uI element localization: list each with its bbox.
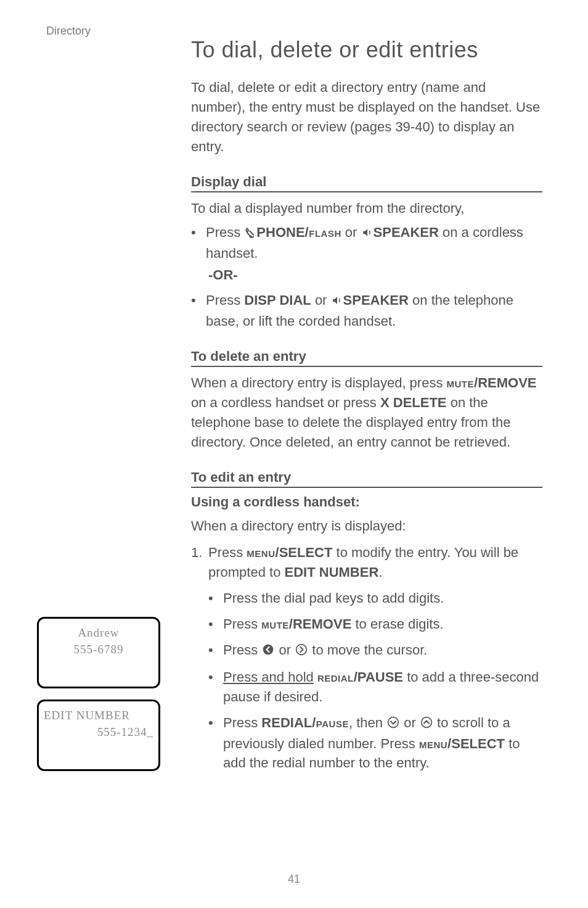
- lcd-line: Andrew: [44, 625, 153, 642]
- text: Press: [223, 642, 261, 658]
- speaker-icon: [362, 224, 373, 244]
- text: or: [315, 292, 331, 308]
- speaker-icon: [332, 292, 343, 312]
- speaker-label: SPEAKER: [374, 225, 439, 240]
- text: .: [378, 564, 382, 580]
- display-dial-lead: To dial a displayed number from the dire…: [191, 199, 542, 218]
- lcd-line: 555-6789: [44, 642, 153, 658]
- menu-label: MENU: [247, 545, 275, 560]
- text: Press: [223, 616, 261, 632]
- nav-left-icon: [262, 642, 274, 661]
- bullet-dot: •: [208, 713, 223, 774]
- bullet-dot: •: [208, 614, 223, 634]
- pause-label: /PAUSE: [354, 669, 403, 685]
- text: Press: [206, 292, 244, 308]
- bullet-dot: •: [208, 588, 223, 608]
- xdelete-label: X DELETE: [380, 395, 447, 410]
- text: or: [279, 642, 295, 658]
- display-dial-bullet-2: • Press DISP DIAL or SPEAKER on the tele…: [191, 291, 542, 331]
- sidebar: Andrew 555-6789 EDIT NUMBER 555-1234_: [37, 617, 160, 782]
- text: Press: [206, 225, 244, 240]
- text: Press the dial pad keys to add digits.: [223, 588, 542, 608]
- intro-paragraph: To dial, delete or edit a directory entr…: [191, 78, 542, 157]
- header-category: Directory: [46, 25, 91, 38]
- select-label: /SELECT: [276, 545, 333, 560]
- section-head-display-dial: Display dial: [191, 174, 542, 192]
- remove-label: /REMOVE: [289, 616, 351, 632]
- remove-label: /REMOVE: [474, 375, 536, 390]
- text: Press: [223, 715, 261, 730]
- svg-point-2: [388, 717, 399, 727]
- page-number: 41: [0, 873, 588, 886]
- press-hold-text: Press and hold: [223, 669, 314, 685]
- flash-label: /FLASH: [305, 225, 341, 240]
- disp-dial-label: DISP DIAL: [244, 292, 311, 308]
- edit-number-label: EDIT NUMBER: [285, 564, 379, 580]
- lcd-screen-2: EDIT NUMBER 555-1234_: [37, 700, 160, 771]
- pause-label: /PAUSE: [312, 715, 349, 730]
- edit-sub-1: • Press the dial pad keys to add digits.: [208, 588, 542, 608]
- svg-point-0: [263, 645, 274, 655]
- mute-label: MUTE: [261, 616, 289, 632]
- svg-point-1: [296, 645, 307, 655]
- subhead-cordless: Using a cordless handset:: [191, 494, 542, 510]
- display-dial-bullet-1: • Press PHONE/FLASH or SPEAKER on a cord…: [191, 223, 542, 263]
- section-head-edit: To edit an entry: [191, 469, 542, 488]
- main-content: To dial, delete or edit entries To dial,…: [191, 37, 542, 779]
- nav-down-icon: [387, 714, 399, 734]
- text: on a cordless handset or press: [191, 395, 380, 410]
- lcd-screen-1: Andrew 555-6789: [37, 617, 160, 688]
- bullet-dot: •: [191, 223, 206, 263]
- edit-step-1: 1. Press MENU/SELECT to modify the entry…: [191, 543, 542, 582]
- nav-right-icon: [295, 642, 308, 661]
- text: to move the cursor.: [312, 642, 427, 658]
- edit-lead: When a directory entry is displayed:: [191, 516, 542, 536]
- speaker-label: SPEAKER: [343, 292, 409, 308]
- nav-up-icon: [420, 714, 433, 734]
- text: , then: [349, 715, 386, 730]
- redial-label: REDIAL: [261, 715, 312, 730]
- text: or: [404, 715, 420, 730]
- text: Press: [208, 545, 247, 560]
- bullet-dot: •: [208, 640, 223, 661]
- phone-label: PHONE: [256, 225, 304, 240]
- redial-label: REDIAL: [317, 669, 354, 685]
- lcd-line: 555-1234_: [44, 724, 153, 741]
- edit-sub-5: • Press REDIAL/PAUSE, then or to scroll …: [208, 713, 542, 774]
- page-title: To dial, delete or edit entries: [191, 37, 542, 63]
- text: or: [345, 225, 361, 240]
- or-separator: -OR-: [208, 267, 542, 283]
- text: When a directory entry is displayed, pre…: [191, 375, 447, 390]
- step-number: 1.: [191, 543, 208, 582]
- select-label: /SELECT: [447, 736, 505, 751]
- mute-label: MUTE: [447, 375, 475, 390]
- lcd-line: EDIT NUMBER: [44, 708, 153, 724]
- svg-point-3: [422, 717, 432, 727]
- bullet-dot: •: [191, 291, 206, 331]
- edit-sub-4: • Press and hold REDIAL/PAUSE to add a t…: [208, 667, 542, 707]
- phone-icon: [245, 224, 256, 244]
- edit-sub-3: • Press or to move the cursor.: [208, 640, 542, 661]
- text: to erase digits.: [355, 616, 443, 632]
- menu-label: MENU: [419, 736, 447, 751]
- delete-paragraph: When a directory entry is displayed, pre…: [191, 373, 542, 452]
- section-head-delete: To delete an entry: [191, 349, 542, 367]
- edit-sub-2: • Press MUTE/REMOVE to erase digits.: [208, 614, 542, 634]
- bullet-dot: •: [208, 667, 223, 707]
